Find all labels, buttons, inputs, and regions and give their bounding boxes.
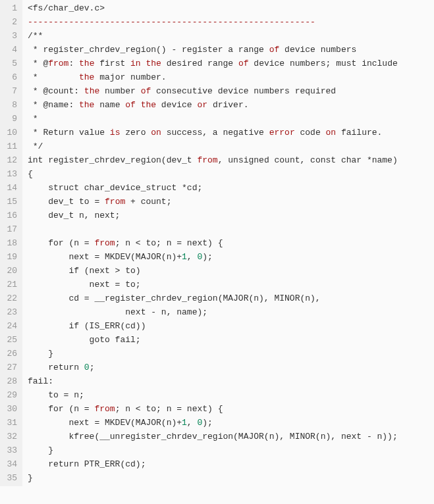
code-line[interactable]: to = n; (28, 388, 434, 402)
code-line[interactable]: next - n, name); (28, 305, 434, 319)
code-line[interactable]: return PTR_ERR(cd); (28, 457, 434, 471)
code-line[interactable]: dev_t to = from + count; (28, 195, 434, 209)
code-line[interactable]: * @name: the name of the device or drive… (28, 98, 434, 112)
code-line[interactable]: */ (28, 139, 434, 153)
code-line[interactable]: * @from: the first in the desired range … (28, 57, 434, 70)
code-line[interactable]: * register_chrdev_region() - register a … (28, 43, 434, 57)
code-line[interactable]: * @count: the number of consecutive devi… (28, 84, 434, 98)
code-line[interactable]: ----------------------------------------… (28, 15, 434, 29)
line-number: 27 (3, 361, 17, 374)
line-number: 17 (3, 222, 17, 236)
line-number: 8 (3, 98, 17, 112)
code-area[interactable]: <fs/char_dev.c>-------------------------… (22, 0, 434, 486)
code-line[interactable]: fail: (28, 374, 434, 388)
line-number: 29 (3, 388, 17, 402)
line-number: 33 (3, 443, 17, 457)
code-line[interactable]: <fs/char_dev.c> (28, 1, 434, 15)
code-line[interactable]: next = to; (28, 278, 434, 291)
code-line[interactable]: int register_chrdev_region(dev_t from, u… (28, 153, 434, 167)
code-line[interactable]: if (IS_ERR(cd)) (28, 319, 434, 333)
line-number: 15 (3, 195, 17, 209)
line-number: 11 (3, 139, 17, 153)
line-number: 9 (3, 112, 17, 126)
code-line[interactable]: for (n = from; n < to; n = next) { (28, 402, 434, 416)
line-number: 5 (3, 57, 17, 70)
code-editor[interactable]: 1234567891011121314151617181920212223242… (0, 0, 434, 486)
line-number: 19 (3, 250, 17, 264)
code-line[interactable]: } (28, 347, 434, 361)
code-line[interactable]: * Return value is zero on success, a neg… (28, 126, 434, 139)
line-number: 7 (3, 84, 17, 98)
line-number: 14 (3, 181, 17, 195)
code-line[interactable]: { (28, 167, 434, 181)
line-number: 4 (3, 43, 17, 57)
line-number: 2 (3, 15, 17, 29)
line-number: 22 (3, 291, 17, 305)
line-number: 23 (3, 305, 17, 319)
line-number: 12 (3, 153, 17, 167)
code-line[interactable]: goto fail; (28, 333, 434, 347)
code-line[interactable]: if (next > to) (28, 264, 434, 278)
line-number: 31 (3, 416, 17, 430)
line-number: 24 (3, 319, 17, 333)
code-line[interactable] (28, 222, 434, 236)
line-number: 3 (3, 29, 17, 43)
line-number: 10 (3, 126, 17, 139)
line-number: 30 (3, 402, 17, 416)
line-number: 25 (3, 333, 17, 347)
line-number: 6 (3, 70, 17, 84)
code-line[interactable]: * (28, 112, 434, 126)
line-number: 28 (3, 374, 17, 388)
code-line[interactable]: /** (28, 29, 434, 43)
code-line[interactable]: next = MKDEV(MAJOR(n)+1, 0); (28, 416, 434, 430)
code-line[interactable]: * the major number. (28, 70, 434, 84)
line-number: 20 (3, 264, 17, 278)
code-line[interactable]: } (28, 471, 434, 485)
code-line[interactable]: dev_t n, next; (28, 209, 434, 222)
line-number: 13 (3, 167, 17, 181)
code-line[interactable]: return 0; (28, 361, 434, 374)
line-number: 21 (3, 278, 17, 291)
code-line[interactable]: } (28, 443, 434, 457)
code-line[interactable]: struct char_device_struct *cd; (28, 181, 434, 195)
line-number: 26 (3, 347, 17, 361)
line-number-gutter: 1234567891011121314151617181920212223242… (0, 0, 22, 486)
line-number: 16 (3, 209, 17, 222)
line-number: 34 (3, 457, 17, 471)
code-line[interactable]: for (n = from; n < to; n = next) { (28, 236, 434, 250)
line-number: 1 (3, 1, 17, 15)
code-line[interactable]: next = MKDEV(MAJOR(n)+1, 0); (28, 250, 434, 264)
line-number: 32 (3, 430, 17, 443)
line-number: 18 (3, 236, 17, 250)
line-number: 35 (3, 471, 17, 485)
code-line[interactable]: cd = __register_chrdev_region(MAJOR(n), … (28, 291, 434, 305)
code-line[interactable]: kfree(__unregister_chrdev_region(MAJOR(n… (28, 430, 434, 443)
